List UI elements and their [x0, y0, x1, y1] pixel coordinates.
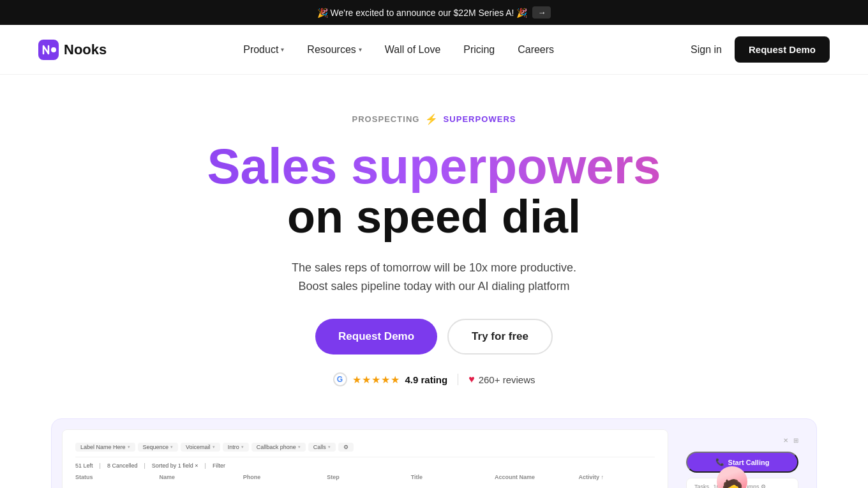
heart-icon: ♥: [468, 374, 475, 385]
nav-item-resources[interactable]: Resources ▾: [307, 44, 361, 56]
hero-rating: G ★★★★★ 4.9 rating ♥ 260+ reviews: [13, 372, 855, 386]
screenshot-inner: Label Name Here ▾ Sequence ▾ Voicemail ▾…: [52, 419, 816, 488]
google-icon: G: [333, 372, 347, 386]
product-screenshot: Label Name Here ▾ Sequence ▾ Voicemail ▾…: [51, 418, 817, 488]
announcement-arrow: →: [532, 6, 551, 19]
caret-icon: ▾: [170, 445, 173, 450]
toolbar-intro: Intro: [228, 444, 239, 450]
panel-expand-icon: ⊞: [793, 437, 798, 444]
tasks-label: Tasks: [694, 484, 709, 488]
badge-right-text: SUPERPOWERS: [444, 114, 516, 124]
toolbar-chip-calls[interactable]: Calls ▾: [308, 443, 336, 452]
sign-in-link[interactable]: Sign in: [691, 44, 722, 56]
hero-request-demo-button[interactable]: Request Demo: [315, 319, 437, 355]
filter-left-count: 51 Left: [75, 462, 93, 469]
hero-try-free-button[interactable]: Try for free: [447, 319, 553, 355]
col-account: Account Name: [495, 474, 571, 480]
reviews-count: 260+ reviews: [479, 374, 535, 385]
toolbar-row: Label Name Here ▾ Sequence ▾ Voicemail ▾…: [75, 443, 655, 457]
panel-close-icon: ✕: [783, 437, 788, 444]
logo-icon: [38, 40, 59, 60]
screenshot-panel: ✕ ⊞ 📞 Start Calling Tasks 1m ago Columns…: [678, 429, 806, 488]
chevron-down-icon: ▾: [359, 46, 362, 53]
col-step: Step: [327, 474, 403, 480]
announcement-bar[interactable]: 🎉 We're excited to announce our $22M Ser…: [0, 0, 868, 25]
settings-icon: ⚙: [343, 444, 348, 450]
logo-text: Nooks: [64, 42, 107, 58]
toolbar-sequence: Sequence: [143, 444, 169, 450]
rating-left: G ★★★★★ 4.9 rating: [333, 372, 448, 386]
nav-item-pricing[interactable]: Pricing: [463, 44, 495, 56]
toolbar-chip-left[interactable]: Label Name Here ▾: [75, 443, 135, 452]
chevron-down-icon: ▾: [281, 46, 284, 53]
toolbar-voicemail: Voicemail: [186, 444, 211, 450]
navbar: Nooks Product ▾ Resources ▾ Wall of Love…: [0, 25, 868, 75]
hero-subtitle: The sales reps of tomorrow will be 10x m…: [13, 259, 855, 296]
nav-request-demo-button[interactable]: Request Demo: [735, 36, 830, 63]
toolbar-chip-voicemail[interactable]: Voicemail ▾: [181, 443, 220, 452]
toolbar-chip-callback[interactable]: Callback phone ▾: [251, 443, 306, 452]
caret-icon: ▾: [213, 445, 215, 450]
toolbar-label-name: Label Name Here: [80, 444, 126, 450]
caret-icon: ▾: [128, 445, 130, 450]
nav-item-careers[interactable]: Careers: [518, 44, 554, 56]
phone-icon: 📞: [715, 458, 724, 466]
hero-cta: Request Demo Try for free: [13, 319, 855, 355]
star-icons: ★★★★★: [352, 374, 400, 386]
hero-subtitle-line1: The sales reps of tomorrow will be 10x m…: [292, 261, 576, 274]
toolbar-chip-sequence[interactable]: Sequence ▾: [138, 443, 179, 452]
svg-point-1: [51, 47, 56, 52]
announcement-text: 🎉 We're excited to announce our $22M Ser…: [317, 8, 528, 18]
caret-icon: ▾: [328, 445, 331, 450]
filter-sorted: Sorted by 1 field ×: [152, 462, 198, 469]
hero-title: Sales superpowers on speed dial: [13, 141, 855, 241]
hero-title-line2: on speed dial: [13, 193, 855, 241]
caret-icon: ▾: [298, 445, 301, 450]
reviews-right: ♥ 260+ reviews: [468, 374, 535, 385]
col-phone: Phone: [243, 474, 319, 480]
filter-filter: Filter: [213, 462, 225, 469]
col-activity: Activity ↑: [579, 474, 655, 480]
logo-link[interactable]: Nooks: [38, 40, 107, 60]
toolbar-calls: Calls: [313, 444, 326, 450]
nav-item-product[interactable]: Product ▾: [243, 44, 284, 56]
hero-title-line1: Sales superpowers: [13, 141, 855, 193]
caret-icon: ▾: [241, 445, 244, 450]
nav-item-wall-of-love[interactable]: Wall of Love: [385, 44, 440, 56]
hero-subtitle-line2: Boost sales pipeline today with our AI d…: [298, 280, 569, 293]
toolbar-chip-settings[interactable]: ⚙: [338, 443, 354, 452]
rating-score: 4.9 rating: [405, 374, 448, 385]
hero-section: PROSPECTING ⚡ SUPERPOWERS Sales superpow…: [0, 75, 868, 406]
col-title: Title: [411, 474, 487, 480]
avatar-person-icon: 🧑: [721, 478, 744, 488]
toolbar-callback: Callback phone: [257, 444, 296, 450]
toolbar-chip-intro[interactable]: Intro ▾: [223, 443, 249, 452]
badge-left-text: PROSPECTING: [352, 114, 419, 124]
hero-badge: PROSPECTING ⚡ SUPERPOWERS: [352, 113, 516, 125]
col-status: Status: [75, 474, 151, 480]
col-name: Name: [159, 474, 235, 480]
filter-cancelled: 8 Cancelled: [107, 462, 138, 469]
nav-actions: Sign in Request Demo: [691, 36, 830, 63]
table-header: Status Name Phone Step Title Account Nam…: [75, 474, 655, 480]
screenshot-table: Label Name Here ▾ Sequence ▾ Voicemail ▾…: [62, 429, 668, 488]
nav-links: Product ▾ Resources ▾ Wall of Love Prici…: [243, 44, 554, 56]
lightning-icon: ⚡: [425, 113, 438, 125]
rating-divider: [458, 374, 458, 385]
